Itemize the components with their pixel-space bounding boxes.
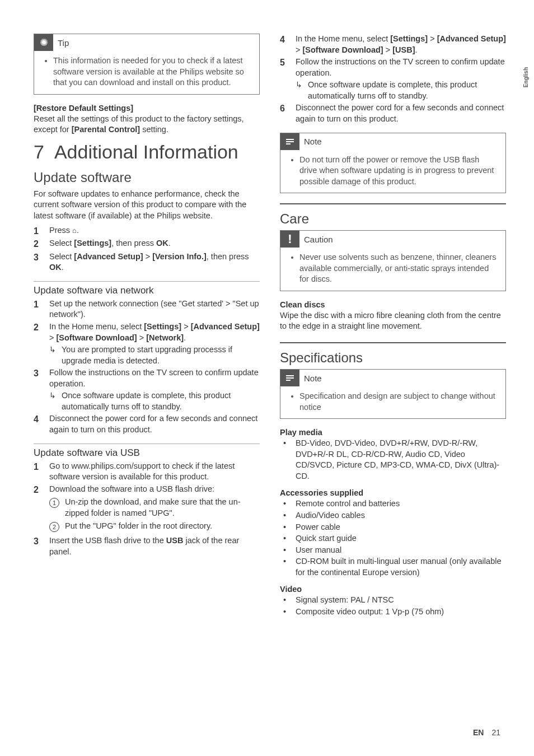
restore-text: Reset all the settings of this product t… — [34, 114, 260, 136]
page-footer: EN21 — [473, 728, 500, 737]
clean-discs-heading: Clean discs — [280, 300, 506, 309]
accessories-list: Remote control and batteries Audio/Video… — [280, 498, 506, 578]
note-text: Do not turn off the power or remove the … — [299, 155, 499, 188]
caution-box: ! Caution Never use solvents such as ben… — [280, 230, 506, 291]
video-list: Signal system: PAL / NTSC Composite vide… — [280, 595, 506, 617]
play-media-heading: Play media — [280, 428, 506, 437]
care-heading: Care — [280, 211, 506, 227]
caution-text: Never use solvents such as benzene, thin… — [299, 252, 499, 285]
accessories-heading: Accessories supplied — [280, 488, 506, 497]
tip-icon: ✺ — [34, 34, 53, 51]
network-steps: 1Set up the network connection (see "Get… — [34, 298, 260, 436]
right-column: 4 In the Home menu, select [Settings] > … — [280, 34, 506, 620]
update-intro: For software updates to enhance performa… — [34, 189, 260, 222]
tip-box: ✺ Tip This information is needed for you… — [34, 34, 260, 95]
note-title: Note — [304, 137, 322, 146]
chapter-title: 7 Additional Information — [34, 141, 260, 163]
caution-title: Caution — [304, 235, 333, 244]
usb-steps-cont: 4 In the Home menu, select [Settings] > … — [280, 34, 506, 125]
usb-heading: Update software via USB — [34, 444, 260, 459]
restore-heading: [Restore Default Settings] — [34, 104, 260, 113]
note-icon — [280, 370, 299, 386]
left-column: ✺ Tip This information is needed for you… — [34, 34, 260, 620]
note-text: Specification and design are subject to … — [299, 391, 499, 413]
note-box-2: Note Specification and design are subjec… — [280, 369, 506, 419]
clean-discs-text: Wipe the disc with a micro fibre cleanin… — [280, 310, 506, 332]
note-icon — [280, 133, 299, 150]
language-tab: English — [523, 67, 529, 87]
play-media-list: BD-Video, DVD-Video, DVD+R/+RW, DVD-R/-R… — [280, 438, 506, 482]
note-box-1: Note Do not turn off the power or remove… — [280, 133, 506, 194]
specifications-heading: Specifications — [280, 350, 506, 366]
caution-icon: ! — [280, 231, 299, 248]
tip-text: This information is needed for you to ch… — [53, 55, 252, 88]
update-steps: 1 Press ⌂. 2 Select [Settings], then pre… — [34, 225, 260, 273]
update-software-heading: Update software — [34, 170, 260, 185]
home-icon: ⌂ — [72, 226, 77, 236]
note-title: Note — [304, 374, 322, 383]
usb-steps: 1Go to www.philips.com/support to check … — [34, 461, 260, 558]
tip-title: Tip — [58, 38, 69, 48]
network-heading: Update software via network — [34, 281, 260, 296]
video-heading: Video — [280, 585, 506, 594]
